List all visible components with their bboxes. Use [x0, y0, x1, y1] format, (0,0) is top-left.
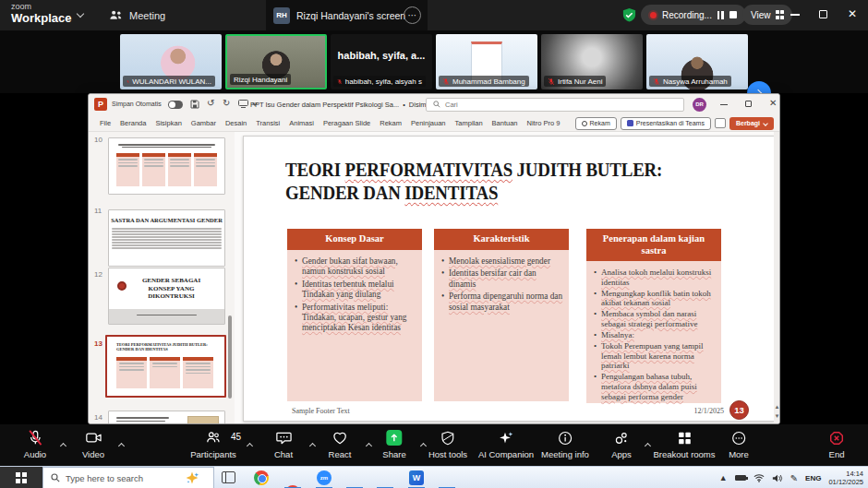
menu-beranda[interactable]: Beranda [120, 119, 146, 127]
heart-icon [331, 429, 348, 446]
battery-icon[interactable] [735, 475, 746, 481]
menu-peninjauan[interactable]: Peninjauan [411, 119, 446, 127]
undo-icon[interactable]: ↺ [207, 98, 214, 108]
tab-options-button[interactable]: ⋯ [404, 6, 421, 24]
account-avatar[interactable]: DR [693, 98, 706, 112]
chat-options-chevron[interactable] [310, 435, 315, 452]
menu-desain[interactable]: Desain [225, 119, 247, 127]
current-slide[interactable]: TEORI PERFORMATIVITAS JUDITH BUTLER: GEN… [243, 136, 775, 422]
copilot-sparkle-icon[interactable] [185, 470, 199, 485]
ppt-minimize-button[interactable] [720, 104, 728, 105]
meeting-info-button[interactable]: Meeting info [541, 429, 589, 459]
record-button[interactable]: Rekam [575, 117, 617, 130]
slide-thumbnail-11[interactable]: SASTRA DAN ARGUMENTASI GENDER [108, 209, 225, 267]
ppt-restore-button[interactable] [745, 101, 752, 107]
more-button[interactable]: More [729, 429, 749, 459]
menu-nitro-pro[interactable]: Nitro Pro 9 [527, 119, 561, 127]
column-penerapan[interactable]: Penerapan dalam kajian sastra Analisa to… [586, 229, 721, 401]
chat-icon [274, 429, 292, 446]
pause-recording-button[interactable] [717, 11, 724, 19]
speaker-icon[interactable] [772, 473, 783, 483]
slide-thumbnail-14[interactable] [108, 411, 225, 424]
view-button[interactable]: View [742, 5, 792, 25]
breakout-rooms-button[interactable]: Breakout rooms [653, 429, 715, 459]
present-in-teams-button[interactable]: Presentasikan di Teams [621, 117, 711, 130]
windows-logo-icon [16, 472, 27, 483]
participant-tile[interactable]: Irtifa Nur Aeni [541, 34, 643, 89]
column-body: Menolak esensialisme gender Identitas be… [434, 250, 569, 402]
participant-tile-active-speaker[interactable]: Rizqi Handayani [225, 34, 327, 89]
menu-transisi[interactable]: Transisi [256, 119, 280, 127]
chevron-down-icon[interactable] [77, 10, 84, 18]
audio-button[interactable]: Audio [24, 429, 46, 459]
stop-recording-button[interactable] [729, 11, 737, 18]
participants-options-chevron[interactable] [247, 435, 252, 452]
language-indicator[interactable]: ENG [805, 474, 821, 482]
share-screen-button[interactable]: Share [382, 429, 405, 459]
menu-bantuan[interactable]: Bantuan [492, 119, 518, 127]
panel-scrollbar[interactable] [228, 315, 232, 399]
image-placeholder [187, 416, 219, 424]
react-button[interactable]: React [329, 429, 352, 459]
start-button[interactable] [0, 467, 42, 488]
menu-rekam[interactable]: Rekam [380, 119, 402, 127]
react-options-chevron[interactable] [367, 435, 371, 452]
next-slide-button[interactable]: ▼ [774, 413, 780, 419]
share-button[interactable]: Berbagi [729, 117, 774, 130]
audio-options-chevron[interactable] [61, 435, 66, 452]
autosave-toggle[interactable] [168, 101, 183, 109]
host-tools-button[interactable]: Host tools [428, 429, 467, 459]
slide-thumbnail-13-selected[interactable]: TEORI PERFORMATIVITAS JUDITH BUTLER: GEN… [105, 335, 226, 398]
menu-tampilan[interactable]: Tampilan [455, 119, 483, 127]
tab-meeting[interactable]: Meeting [109, 0, 165, 30]
bullet-item: Identitas terbentuk melalui Tindakan yan… [294, 280, 418, 301]
close-button[interactable]: ✕ [848, 7, 857, 20]
pen-icon[interactable]: ✎ [790, 473, 798, 483]
slide-scrollbar[interactable]: ▲ ▼ [774, 132, 780, 424]
logo-mark [117, 281, 127, 291]
participant-tile[interactable]: habibah, syifa, a... habibah, syifa, ais… [331, 34, 432, 89]
menu-peragaan-slide[interactable]: Peragaan Slide [323, 119, 370, 127]
column-karakteristik[interactable]: Karakteristik Menolak esensialisme gende… [434, 229, 569, 401]
muted-mic-icon [127, 77, 129, 86]
share-options-chevron[interactable] [421, 435, 426, 452]
slide-thumbnail-12[interactable]: GENDER SEBAGAI KONSEP YANG DIKONTRUKSI [108, 268, 225, 325]
end-meeting-button[interactable]: End [828, 429, 845, 459]
task-view-icon[interactable] [222, 471, 235, 483]
clock[interactable]: 14:14 01/12/2025 [828, 470, 863, 486]
tray-expand-chevron[interactable]: ▲ [719, 473, 728, 482]
wifi-icon[interactable] [753, 473, 765, 482]
column-konsep-dasar[interactable]: Konsep Dasar Gender bukan sifat bawaan, … [287, 229, 422, 401]
video-button[interactable]: Video [82, 429, 104, 459]
word-icon[interactable]: W [409, 470, 424, 485]
video-options-chevron[interactable] [119, 435, 124, 452]
maximize-button[interactable] [819, 10, 827, 18]
menu-sisipkan[interactable]: Sisipkan [155, 119, 181, 127]
menu-file[interactable]: File [100, 119, 111, 127]
menu-gambar[interactable]: Gambar [191, 119, 216, 127]
menu-animasi[interactable]: Animasi [289, 119, 314, 127]
previous-slide-button[interactable]: ▲ [774, 404, 780, 410]
comments-button[interactable] [715, 118, 726, 128]
chat-button[interactable]: Chat [274, 429, 293, 459]
camera-icon [84, 429, 102, 446]
apps-button[interactable]: Apps [611, 429, 632, 459]
security-shield-icon[interactable] [621, 7, 637, 23]
slide-thumbnail-10[interactable] [108, 137, 225, 195]
slideshow-icon[interactable] [238, 100, 248, 108]
participant-tile[interactable]: WULANDARI WULAN... [120, 34, 222, 89]
ai-companion-button[interactable]: AI Companion [478, 429, 534, 459]
participant-tile[interactable]: Nasywa Arruhamah [646, 34, 748, 89]
minimize-button[interactable] [790, 14, 800, 16]
apps-options-chevron[interactable] [645, 435, 650, 452]
ppt-close-button[interactable]: ✕ [769, 98, 777, 108]
slide-title[interactable]: TEORI PERFORMATIVITAS JUDITH BUTLER: GEN… [285, 159, 662, 205]
participant-tile[interactable]: Muhammad Bambang [436, 34, 537, 89]
search-input[interactable]: Cari [426, 98, 684, 112]
save-icon[interactable] [190, 100, 199, 109]
participants-button[interactable]: Participants [190, 429, 236, 459]
zoom-app-icon[interactable]: zm [317, 470, 332, 485]
redo-icon[interactable]: ↻ [223, 98, 230, 108]
participant-display-name: habibah, syifa, a... [331, 50, 432, 61]
chrome-icon[interactable] [254, 470, 269, 485]
